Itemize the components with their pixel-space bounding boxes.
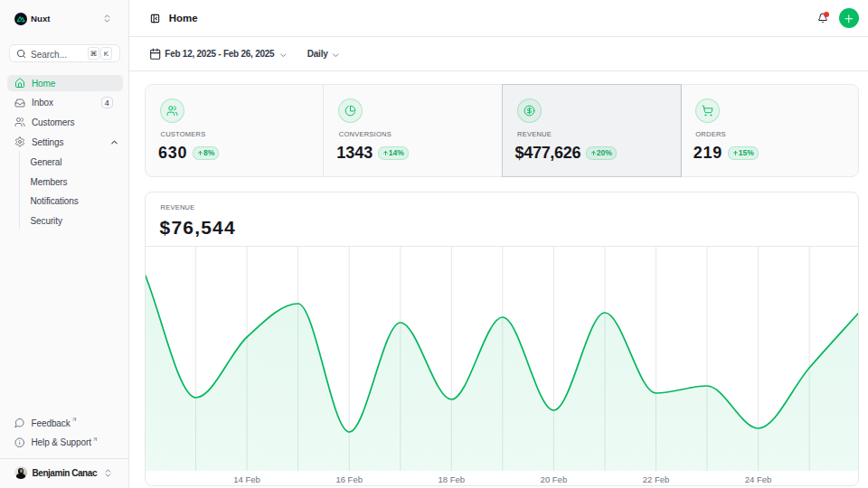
svg-text:16 Feb: 16 Feb [335, 474, 363, 483]
svg-text:24 Feb: 24 Feb [745, 474, 772, 483]
svg-text:18 Feb: 18 Feb [439, 474, 466, 483]
svg-text:14 Feb: 14 Feb [233, 474, 260, 483]
svg-text:22 Feb: 22 Feb [643, 474, 670, 483]
svg-text:20 Feb: 20 Feb [541, 474, 568, 483]
